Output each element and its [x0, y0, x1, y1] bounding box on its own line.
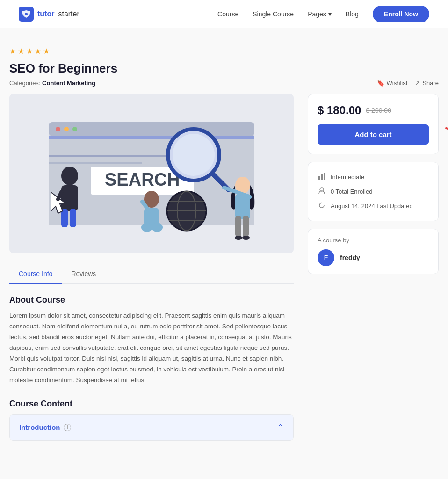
- updated-text: August 14, 2024 Last Updated: [331, 203, 413, 210]
- enrolled-icon: [318, 187, 326, 196]
- svg-point-37: [235, 236, 242, 240]
- star-1: ★: [9, 47, 16, 56]
- pricing-card: $ 180.00 $ 200.00 Add to cart ➜: [308, 94, 439, 154]
- logo-tutor: tutor: [37, 10, 54, 18]
- enrolled-detail: 0 Total Enrolled: [318, 184, 429, 199]
- accordion-title: Introduction i: [19, 423, 71, 431]
- info-icon: i: [64, 424, 71, 431]
- course-content-title: Course Content: [9, 399, 294, 409]
- avatar: F: [318, 249, 334, 266]
- nav-single-course[interactable]: Single Course: [253, 10, 294, 18]
- add-to-cart-button[interactable]: Add to cart: [318, 124, 429, 145]
- content-right: $ 180.00 $ 200.00 Add to cart ➜: [308, 94, 439, 274]
- price-row: $ 180.00 $ 200.00: [318, 104, 429, 117]
- updated-detail: August 14, 2024 Last Updated: [318, 199, 429, 213]
- share-icon: ↗: [415, 80, 420, 87]
- level-text: Intermediate: [331, 174, 364, 181]
- nav-course[interactable]: Course: [217, 10, 238, 18]
- nav: Course Single Course Pages ▾ Blog Enroll…: [217, 6, 429, 22]
- enrolled-text: 0 Total Enrolled: [331, 188, 372, 195]
- svg-rect-23: [61, 185, 78, 211]
- updated-icon: [318, 202, 326, 210]
- price-current: $ 180.00: [318, 104, 361, 117]
- about-course-section: About Course Lorem ipsum dolor sit amet,…: [9, 295, 294, 386]
- accordion-header[interactable]: Introduction i ⌃: [10, 415, 293, 440]
- svg-rect-41: [321, 174, 323, 180]
- svg-rect-10: [49, 155, 180, 157]
- nav-pages[interactable]: Pages ▾: [308, 10, 332, 18]
- arrow-indicator: ➜: [441, 119, 448, 140]
- svg-text:SEARCH: SEARCH: [105, 170, 180, 189]
- svg-point-1: [25, 13, 28, 15]
- svg-rect-40: [318, 176, 320, 180]
- svg-rect-11: [49, 162, 142, 164]
- svg-rect-4: [49, 122, 254, 136]
- author-name: freddy: [340, 254, 360, 261]
- svg-point-22: [61, 167, 78, 185]
- svg-point-38: [242, 236, 250, 240]
- share-button[interactable]: ↗ Share: [415, 80, 439, 87]
- chevron-up-icon: ⌃: [277, 422, 284, 433]
- svg-point-31: [152, 223, 163, 232]
- course-details-card: Intermediate 0 Total Enrolled: [308, 162, 439, 221]
- course-tabs: Course Info Reviews: [9, 264, 294, 284]
- author-card: A course by F freddy: [308, 229, 439, 274]
- about-text: Lorem ipsum dolor sit amet, consectetur …: [9, 311, 294, 386]
- content-layout: SEARCH: [9, 94, 439, 441]
- course-actions: 🔖 Wishlist ↗ Share: [377, 80, 439, 87]
- svg-rect-25: [70, 209, 76, 227]
- star-rating: ★ ★ ★ ★ ★: [9, 47, 439, 56]
- level-detail: Intermediate: [318, 170, 429, 184]
- svg-point-5: [56, 127, 60, 131]
- course-image: SEARCH: [9, 94, 294, 253]
- bookmark-icon: 🔖: [377, 80, 384, 87]
- svg-rect-42: [324, 173, 325, 180]
- logo-icon: [19, 7, 34, 22]
- level-icon: [318, 173, 326, 181]
- svg-rect-35: [235, 216, 241, 237]
- logo: tutor starter: [19, 7, 79, 22]
- introduction-accordion: Introduction i ⌃: [9, 414, 294, 441]
- course-meta: Categories: Content Marketing 🔖 Wishlist…: [9, 80, 439, 87]
- star-4: ★: [35, 47, 41, 56]
- about-title: About Course: [9, 295, 294, 305]
- category-label: Categories: Content Marketing: [9, 80, 95, 87]
- svg-point-15: [173, 134, 215, 176]
- course-content-section: Course Content Introduction i ⌃: [9, 399, 294, 441]
- header: tutor starter Course Single Course Pages…: [0, 0, 448, 28]
- svg-rect-36: [243, 216, 249, 237]
- nav-blog[interactable]: Blog: [346, 10, 359, 18]
- wishlist-button[interactable]: 🔖 Wishlist: [377, 80, 408, 87]
- course-title: SEO for Beginners: [9, 61, 439, 76]
- course-illustration: SEARCH: [9, 94, 294, 253]
- author-label: A course by: [318, 237, 429, 244]
- tab-course-info[interactable]: Course Info: [9, 264, 62, 284]
- course-header: ★ ★ ★ ★ ★ SEO for Beginners Categories: …: [9, 47, 439, 87]
- star-3: ★: [26, 47, 33, 56]
- star-2: ★: [18, 47, 24, 56]
- svg-point-7: [72, 127, 77, 131]
- enroll-button[interactable]: Enroll Now: [373, 6, 429, 22]
- author-row: F freddy: [318, 249, 429, 266]
- page-wrapper: ★ ★ ★ ★ ★ SEO for Beginners Categories: …: [0, 28, 448, 459]
- logo-starter: starter: [58, 10, 79, 18]
- category-link[interactable]: Content Marketing: [42, 80, 95, 87]
- chevron-down-icon: ▾: [328, 10, 332, 18]
- price-old: $ 200.00: [366, 107, 391, 114]
- content-left: SEARCH: [9, 94, 294, 441]
- star-5: ★: [43, 47, 50, 56]
- svg-point-30: [141, 223, 152, 232]
- svg-point-6: [64, 127, 69, 131]
- svg-rect-9: [49, 136, 254, 139]
- tab-reviews[interactable]: Reviews: [62, 264, 105, 284]
